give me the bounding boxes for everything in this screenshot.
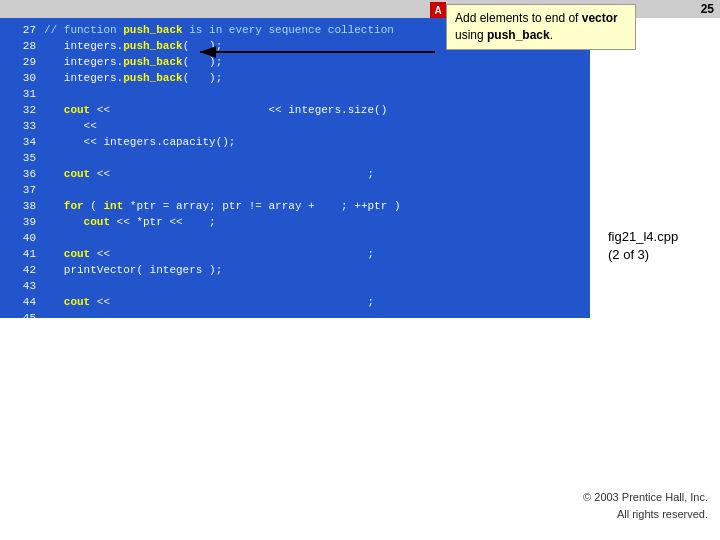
copyright-line1: © 2003 Prentice Hall, Inc. [583, 489, 708, 506]
page-number: 25 [701, 2, 714, 16]
code-line-36: 36 cout << ; [8, 166, 582, 182]
copyright-line2: All rights reserved. [583, 506, 708, 523]
code-line-38: 38 for ( int *ptr = array; ptr != array … [8, 198, 582, 214]
code-area: 27 // function push_back is in every seq… [0, 18, 590, 318]
code-line-41: 41 cout << ; [8, 246, 582, 262]
code-line-30: 30 integers.push_back( ); [8, 70, 582, 86]
code-line-45: 45 [8, 310, 582, 318]
copyright: © 2003 Prentice Hall, Inc. All rights re… [583, 489, 708, 522]
fig-caption-line1: fig21_l4.cpp [608, 228, 678, 246]
code-line-32: 32 cout << << integers.size() [8, 102, 582, 118]
code-line-33: 33 << [8, 118, 582, 134]
code-line-40: 40 [8, 230, 582, 246]
code-line-37: 37 [8, 182, 582, 198]
code-line-39: 39 cout << *ptr << ; [8, 214, 582, 230]
fig-caption: fig21_l4.cpp (2 of 3) [608, 228, 678, 264]
code-line-44: 44 cout << ; [8, 294, 582, 310]
code-line-31: 31 [8, 86, 582, 102]
code-line-42: 42 printVector( integers ); [8, 262, 582, 278]
code-line-43: 43 [8, 278, 582, 294]
annotation-icon: A [430, 2, 446, 18]
code-line-35: 35 [8, 150, 582, 166]
tooltip-box: Add elements to end of vector using push… [446, 4, 636, 50]
code-line-34: 34 << integers.capacity(); [8, 134, 582, 150]
fig-caption-line2: (2 of 3) [608, 246, 678, 264]
page-container: 25 27 // function push_back is in every … [0, 0, 720, 540]
arrow-annotation [195, 42, 445, 62]
